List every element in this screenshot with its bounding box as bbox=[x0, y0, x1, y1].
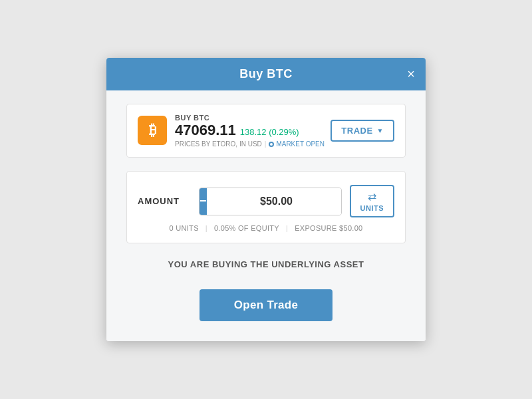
swap-icon: ⇄ bbox=[368, 190, 376, 203]
divider-1: | bbox=[205, 224, 207, 232]
units-stat: 0 UNITS bbox=[170, 224, 199, 232]
modal-body: ₿ BUY BTC 47069.11 138.12 (0.29%) PRICES… bbox=[106, 90, 426, 341]
asset-buy-label: BUY BTC bbox=[175, 114, 325, 122]
units-toggle-button[interactable]: ⇄ UNITS bbox=[350, 185, 395, 217]
buy-btc-modal: Buy BTC × ₿ BUY BTC 47069.11 138.12 (0.2… bbox=[106, 58, 426, 341]
asset-meta: PRICES BY ETORO, IN USD | MARKET OPEN bbox=[175, 140, 325, 148]
divider-2: | bbox=[286, 224, 288, 232]
amount-stats: 0 UNITS | 0.05% OF EQUITY | EXPOSURE $50… bbox=[138, 224, 394, 232]
modal-title: Buy BTC bbox=[239, 67, 293, 81]
amount-row: AMOUNT − + ⇄ UNITS bbox=[138, 185, 394, 217]
btc-icon: ₿ bbox=[138, 116, 167, 145]
units-label: UNITS bbox=[360, 204, 384, 212]
asset-price: 47069.11 bbox=[175, 122, 236, 139]
asset-info: ₿ BUY BTC 47069.11 138.12 (0.29%) PRICES… bbox=[138, 114, 325, 148]
close-button[interactable]: × bbox=[407, 67, 415, 80]
asset-details: BUY BTC 47069.11 138.12 (0.29%) PRICES B… bbox=[175, 114, 325, 148]
price-row: 47069.11 138.12 (0.29%) bbox=[175, 122, 325, 139]
market-status: MARKET OPEN bbox=[269, 140, 325, 148]
underlying-message: YOU ARE BUYING THE UNDERLYING ASSET bbox=[126, 259, 406, 269]
decrement-button[interactable]: − bbox=[200, 188, 207, 215]
open-trade-button[interactable]: Open Trade bbox=[200, 289, 332, 321]
modal-header: Buy BTC × bbox=[106, 58, 426, 90]
asset-row: ₿ BUY BTC 47069.11 138.12 (0.29%) PRICES… bbox=[126, 104, 406, 158]
exposure-stat: EXPOSURE $50.00 bbox=[295, 224, 362, 232]
amount-input[interactable] bbox=[207, 188, 342, 215]
asset-change: 138.12 (0.29%) bbox=[240, 127, 299, 137]
market-dot-icon bbox=[269, 142, 274, 147]
chevron-down-icon: ▼ bbox=[377, 127, 384, 134]
amount-section: AMOUNT − + ⇄ UNITS 0 UNITS | 0.05% OF EQ… bbox=[126, 171, 406, 243]
trade-dropdown-button[interactable]: TRADE ▼ bbox=[331, 120, 394, 142]
equity-stat: 0.05% OF EQUITY bbox=[214, 224, 279, 232]
amount-label: AMOUNT bbox=[138, 196, 191, 206]
amount-controls: − + bbox=[199, 188, 342, 215]
